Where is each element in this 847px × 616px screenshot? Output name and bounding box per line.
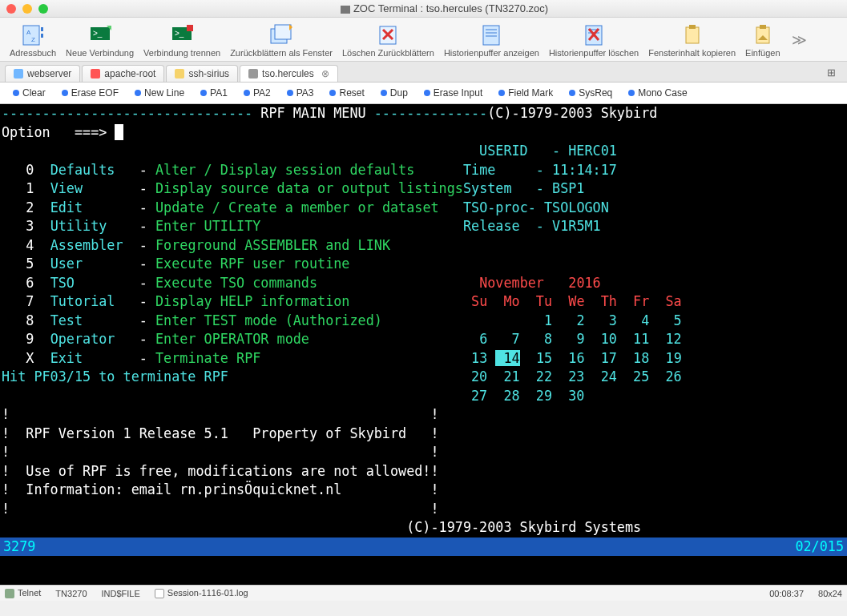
svg-rect-29 [760,25,766,29]
terminal-type: 3279 [3,537,35,557]
toolbar-address-book[interactable]: AZAdressbuch [5,21,61,59]
toolbar-label: Historienpuffer anzeigen [444,48,539,58]
cmd-pa3[interactable]: PA3 [280,86,321,100]
svg-rect-1 [41,27,43,31]
window-titlebar: ZOC Terminal : tso.hercules (TN3270.zoc) [0,0,847,18]
dot-icon [62,90,68,96]
cmd-label: Erase EOF [71,87,119,99]
tabs-menu-button[interactable]: ⊞ [821,65,842,82]
toolbar-copy-window[interactable]: Fensterinhalt kopieren [643,21,740,59]
dot-icon [244,90,250,96]
toolbar-clear-scrollback[interactable]: Löschen Zurückblättern [337,21,439,59]
toolbar-label: Einfügen [745,48,780,58]
cmd-label: PA2 [253,87,271,99]
dot-icon [287,90,293,96]
cmd-label: Erase Input [434,87,482,99]
elapsed-time: 00:08:37 [769,589,804,598]
cmd-pa1[interactable]: PA1 [194,86,234,100]
cmd-label: Field Mark [508,87,553,99]
cmd-clear[interactable]: Clear [6,86,52,100]
tab-label: tso.hercules [262,68,314,79]
tab-close-icon[interactable]: ⊗ [321,68,329,79]
session-tabs: webserverapache-rootssh-siriustso.hercul… [0,62,847,83]
dot-icon [569,90,575,96]
dot-icon [329,90,336,96]
cmd-label: PA1 [210,87,228,99]
cursor-position: 02/015 [795,537,844,557]
dot-icon [13,90,19,96]
toolbar-show-history[interactable]: Historienpuffer anzeigen [439,21,544,59]
cmd-label: PA3 [296,87,314,99]
svg-text:A: A [26,29,31,36]
tab-icon [14,69,23,79]
cmd-mono-case[interactable]: Mono Case [622,86,693,100]
svg-rect-26 [686,27,699,43]
tab-icon [91,69,100,79]
toolbar-paste[interactable]: Einfügen [740,21,784,59]
toolbar-label: Neue Verbindung [66,48,134,58]
dot-icon [135,90,141,96]
cmd-pa2[interactable]: PA2 [237,86,277,100]
protocol-indicator: Telnet [5,588,41,598]
emulation-indicator: TN3270 [55,589,87,598]
cmd-dup[interactable]: Dup [374,86,414,100]
tab-label: webserver [27,68,71,79]
toolbar-label: Löschen Zurückblättern [342,48,434,58]
dot-icon [381,90,387,96]
close-window-button[interactable] [6,4,16,14]
toolbar-label: Verbindung trennen [143,48,220,58]
cmd-label: Clear [22,87,46,99]
svg-rect-17 [483,26,499,45]
toolbar-disconnect[interactable]: >_Verbindung trennen [139,21,225,59]
minimize-window-button[interactable] [22,4,32,14]
toolbar-scrollback-window[interactable]: Zurückblättern als Fenster [225,21,337,59]
toolbar-label: Zurückblättern als Fenster [230,48,333,58]
dot-icon [628,90,635,96]
tab-webserver[interactable]: webserver [5,65,80,82]
toolbar-overflow[interactable]: ≫ [785,31,813,49]
toolbar-label: Fensterinhalt kopieren [648,48,736,58]
cmd-field-mark[interactable]: Field Mark [492,86,559,100]
dot-icon [424,90,430,96]
svg-rect-27 [689,25,696,29]
svg-text:>_: >_ [93,29,103,38]
tab-icon [248,69,258,79]
transfer-indicator: IND$FILE [102,589,140,598]
dot-icon [200,90,207,96]
cmd-label: Dup [390,87,408,99]
cmd-label: SysReq [579,87,612,99]
svg-text:Z: Z [31,36,35,43]
tab-ssh-sirius[interactable]: ssh-sirius [166,65,238,82]
main-toolbar: AZAdressbuch>_Neue Verbindung>_Verbindun… [0,18,847,62]
cmd-new-line[interactable]: New Line [128,86,191,100]
svg-text:>_: >_ [175,29,184,38]
terminal-status-line: 327902/015 [0,537,847,557]
toolbar-clear-history[interactable]: Historienpuffer löschen [544,21,643,59]
toolbar-label: Historienpuffer löschen [549,48,639,58]
status-bar: Telnet TN3270 IND$FILE Session-1116-01.l… [0,585,847,601]
window-title: ZOC Terminal : tso.hercules (TN3270.zoc) [48,2,841,14]
cmd-erase-input[interactable]: Erase Input [417,86,489,100]
toolbar-new-connection[interactable]: >_Neue Verbindung [61,21,139,59]
tab-tso-hercules[interactable]: tso.hercules⊗ [240,65,338,82]
screen-size: 80x24 [818,589,842,598]
tab-apache-root[interactable]: apache-root [82,65,164,82]
cmd-label: Mono Case [638,87,687,99]
log-indicator[interactable]: Session-1116-01.log [155,588,248,598]
svg-rect-10 [187,25,193,31]
svg-rect-12 [275,25,291,39]
cmd-sysreq[interactable]: SysReq [563,86,619,100]
zoom-window-button[interactable] [38,4,48,14]
checkbox-icon[interactable] [155,589,164,598]
toolbar-label: Adressbuch [10,48,56,58]
terminal-screen[interactable]: ------------------------------- RPF MAIN… [0,104,847,585]
dot-icon [498,90,505,96]
cmd-reset[interactable]: Reset [323,86,370,100]
cmd-erase-eof[interactable]: Erase EOF [55,86,125,100]
tab-icon [175,69,184,79]
tn3270-command-bar: ClearErase EOFNew LinePA1PA2PA3ResetDupE… [0,83,847,104]
cmd-label: Reset [339,87,364,99]
terminal-icon [341,6,350,14]
tab-label: apache-root [104,68,155,79]
tab-label: ssh-sirius [188,68,229,79]
